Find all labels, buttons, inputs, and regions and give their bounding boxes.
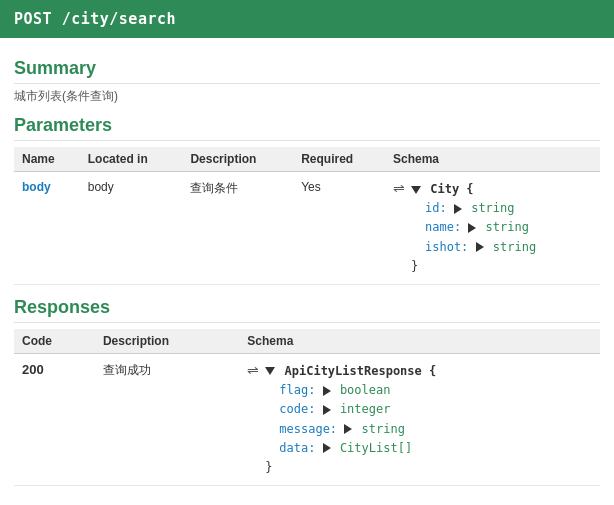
response-description: 查询成功 [95, 353, 239, 485]
col-required: Required [293, 147, 385, 172]
triangle-icon-data[interactable] [323, 443, 331, 453]
http-method: POST [14, 10, 52, 28]
triangle-icon-code[interactable] [323, 405, 331, 415]
parameters-section: Parameters Name Located in Description R… [14, 115, 600, 285]
col-schema: Schema [239, 329, 600, 354]
param-located-in: body [80, 172, 183, 285]
responses-section: Responses Code Description Schema 200 查询… [14, 297, 600, 486]
triangle-icon-ishot[interactable] [476, 242, 484, 252]
collapse-icon-response[interactable] [265, 367, 275, 375]
triangle-icon-id[interactable] [454, 204, 462, 214]
responses-header-row: Code Description Schema [14, 329, 600, 354]
collapse-icon[interactable] [411, 186, 421, 194]
response-schema: ⇌ ApiCityListResponse { flag: boolean [239, 353, 600, 485]
triangle-icon-flag[interactable] [323, 386, 331, 396]
parameters-title: Parameters [14, 115, 600, 141]
col-desc: Description [95, 329, 239, 354]
table-row: body body 查询条件 Yes ⇌ City { [14, 172, 600, 285]
parameters-header-row: Name Located in Description Required Sch… [14, 147, 600, 172]
summary-description: 城市列表(条件查询) [14, 88, 600, 105]
param-name: body [14, 172, 80, 285]
param-description: 查询条件 [182, 172, 293, 285]
header-bar: POST /city/search [0, 0, 614, 38]
col-code: Code [14, 329, 95, 354]
summary-section: Summary 城市列表(条件查询) [14, 58, 600, 105]
required-text: Yes [301, 180, 321, 194]
responses-title: Responses [14, 297, 600, 323]
schema-body: City { id: string name: [411, 180, 536, 276]
api-path: /city/search [62, 10, 176, 28]
triangle-icon-name[interactable] [468, 223, 476, 233]
response-code: 200 [14, 353, 95, 485]
responses-table: Code Description Schema 200 查询成功 ⇌ [14, 329, 600, 486]
parameters-table: Name Located in Description Required Sch… [14, 147, 600, 285]
param-schema: ⇌ City { id: string [385, 172, 600, 285]
col-schema: Schema [385, 147, 600, 172]
col-name: Name [14, 147, 80, 172]
col-description: Description [182, 147, 293, 172]
triangle-icon-message[interactable] [344, 424, 352, 434]
col-located-in: Located in [80, 147, 183, 172]
param-required: Yes [293, 172, 385, 285]
exchange-icon-response[interactable]: ⇌ [247, 362, 259, 378]
schema-response: ApiCityListResponse { flag: boolean code… [265, 362, 436, 477]
summary-title: Summary [14, 58, 600, 84]
table-row: 200 查询成功 ⇌ ApiCityListResponse { [14, 353, 600, 485]
exchange-icon[interactable]: ⇌ [393, 180, 405, 196]
